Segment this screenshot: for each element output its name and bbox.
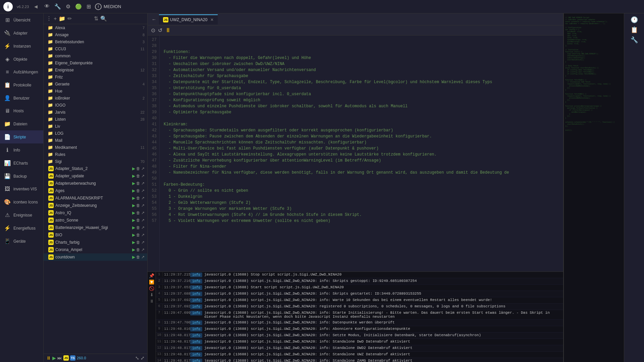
script-delete-charts[interactable]: 🗑: [136, 240, 140, 245]
toolbar-target-icon[interactable]: ⊙: [151, 27, 155, 34]
log-pin-icon[interactable]: 📌: [149, 273, 154, 278]
script-delete-astro-iq[interactable]: 🗑: [136, 210, 140, 215]
script-play-adapterueberwachung[interactable]: ▶: [132, 181, 135, 186]
log-clear-icon[interactable]: 🚫: [149, 286, 154, 291]
folder-betriebsstunden[interactable]: 📁 Betriebsstunden 3: [44, 38, 147, 45]
script-play-corona[interactable]: ▶: [132, 247, 135, 252]
script-delete-adapter-update[interactable]: 🗑: [136, 174, 140, 178]
sidebar-item-instanzen[interactable]: ⚡ Instanzen: [0, 40, 43, 53]
folder-ereignisse[interactable]: 📁 Ereignisse 12: [44, 66, 147, 73]
sidebar-item-dateien[interactable]: 📁 Dateien: [0, 117, 43, 130]
filetree-edit-icon[interactable]: ✏: [67, 15, 72, 22]
script-charts[interactable]: JS Charts_farbig ▶ 🗑 ↗: [44, 239, 147, 246]
sidebar-item-info[interactable]: ℹ Info: [0, 143, 43, 157]
script-corona[interactable]: JS Corona_Ampel ▶ 🗑 ↗: [44, 246, 147, 253]
footer-restart-icon[interactable]: ⏭: [57, 355, 62, 361]
folder-iobroker[interactable]: 📁 ioBroker 2: [44, 95, 147, 102]
tab-back-button[interactable]: ←: [149, 15, 159, 23]
script-link-alarm[interactable]: ↗: [141, 196, 145, 200]
toolbar-refresh-icon[interactable]: ↺: [158, 27, 162, 34]
sidebar-item-energiefluss[interactable]: ⚡ Energiefluss: [0, 222, 43, 235]
sidebar-item-inventwo[interactable]: 🖼 inventwo VIS: [0, 183, 43, 195]
filetree-add-file-icon[interactable]: +: [54, 16, 57, 22]
log-filter-icon[interactable]: 🔽: [149, 280, 154, 285]
script-delete-ages[interactable]: 🗑: [136, 188, 140, 193]
script-link-astro-sonne[interactable]: ↗: [141, 218, 145, 223]
script-bio[interactable]: JS BIO ▶ 🗑 ↗: [44, 231, 147, 239]
script-adapter-update[interactable]: JS Adapter_update ▶ 🗑 ↗: [44, 172, 147, 180]
folder-listen[interactable]: 📁 Listen 28: [44, 116, 147, 123]
folder-jarvis[interactable]: 📁 Jarvis 22: [44, 109, 147, 116]
editor-tab-uwz[interactable]: JS UWZ_DWD_NINA20 ✕: [159, 14, 218, 24]
footer-expand-icon[interactable]: ⤡: [135, 355, 139, 361]
folder-iogo[interactable]: 📁 IOGO: [44, 102, 147, 109]
script-delete-bio[interactable]: 🗑: [136, 233, 140, 237]
folder-log[interactable]: 📁 LOG: [44, 130, 147, 137]
wrench-icon[interactable]: 🔧: [54, 3, 61, 10]
folder-hue[interactable]: 📁 Hue: [44, 87, 147, 95]
folder-mail[interactable]: 📁 Mail: [44, 137, 147, 144]
rp-clock-icon[interactable]: 🕐: [631, 16, 638, 23]
script-delete-adapter-status[interactable]: 🗑: [136, 166, 140, 171]
script-play-adapter-update[interactable]: ▶: [132, 174, 135, 178]
script-delete-adapterueberwachung[interactable]: 🗑: [136, 181, 140, 186]
footer-play-icon[interactable]: ▶: [52, 355, 56, 361]
script-ages[interactable]: JS Ages ▶ 🗑 ↗: [44, 187, 147, 194]
sidebar-item-ubersicht[interactable]: ⊞ Übersicht: [0, 13, 43, 26]
tab-close-uwz[interactable]: ✕: [210, 17, 214, 22]
folder-common[interactable]: 📁 common: [44, 52, 147, 59]
filetree-more-icon[interactable]: ⋮: [46, 15, 52, 22]
plugin-icon[interactable]: 🟢: [75, 3, 82, 10]
sidebar-collapse-button[interactable]: ◀: [34, 4, 38, 9]
folder-ansage[interactable]: 📁 Ansage 8: [44, 31, 147, 38]
script-astro-iq[interactable]: JS Astro_IQ ▶ 🗑 ↗: [44, 209, 147, 217]
script-play-adapter-status[interactable]: ▶: [132, 166, 135, 171]
sidebar-item-objekte[interactable]: ◈ Objekte: [0, 53, 43, 66]
visibility-icon[interactable]: 👁: [44, 3, 50, 10]
filetree-add-folder-icon[interactable]: 📁: [59, 15, 65, 22]
sidebar-item-gerate[interactable]: 📱 Geräte: [0, 235, 43, 248]
script-link-adapter-status[interactable]: ↗: [141, 166, 145, 171]
script-delete-countdown[interactable]: 🗑: [136, 255, 140, 259]
folder-ccu3[interactable]: 📁 CCU3 11: [44, 45, 147, 52]
script-link-astro-iq[interactable]: ↗: [141, 210, 145, 215]
script-play-charts[interactable]: ▶: [132, 240, 135, 245]
folder-fritz[interactable]: 📁 Fritz: [44, 73, 147, 80]
script-play-ages[interactable]: ▶: [132, 188, 135, 193]
folder-geraete[interactable]: 📁 Geraete 4: [44, 80, 147, 87]
script-play-anzeige[interactable]: ▶: [132, 203, 135, 208]
toolbar-pause-icon[interactable]: ⏸: [165, 27, 171, 34]
script-link-countdown[interactable]: ↗: [141, 255, 145, 259]
sidebar-item-skripte[interactable]: 📄 Skripte: [0, 130, 43, 143]
script-play-bio[interactable]: ▶: [132, 233, 135, 237]
script-play-countdown[interactable]: ▶: [132, 255, 135, 259]
script-anzeige[interactable]: JS Anzeige_Zeitsteuerung ▶ 🗑 ↗: [44, 202, 147, 209]
sidebar-item-hosts[interactable]: 🖥 Hosts: [0, 105, 43, 117]
script-link-anzeige[interactable]: ↗: [141, 203, 145, 208]
sidebar-item-backup[interactable]: 💾 Backup: [0, 170, 43, 183]
script-play-alarm[interactable]: ▶: [132, 196, 135, 200]
script-link-corona[interactable]: ↗: [141, 247, 145, 252]
script-link-ages[interactable]: ↗: [141, 188, 145, 193]
script-delete-batterie[interactable]: 🗑: [136, 225, 140, 230]
folder-liv[interactable]: 📁 Liv: [44, 123, 147, 130]
code-editor[interactable]: 2728293031 3233343536 3738394041 4243444…: [148, 36, 563, 272]
script-link-bio[interactable]: ↗: [141, 233, 145, 237]
script-adapter-status[interactable]: JS Adapter_Status_2 ▶ 🗑 ↗: [44, 165, 147, 172]
script-play-batterie[interactable]: ▶: [132, 225, 135, 230]
folder-alexa[interactable]: 📁 Alexa 7: [44, 24, 147, 31]
script-play-astro-sonne[interactable]: ▶: [132, 218, 135, 223]
folder-sigi[interactable]: 📁 Sigi 70: [44, 158, 147, 165]
script-delete-anzeige[interactable]: 🗑: [136, 203, 140, 208]
sidebar-item-adapter[interactable]: 🔌 Adapter: [0, 26, 43, 40]
log-download-icon[interactable]: ⬇: [150, 292, 154, 297]
script-countdown[interactable]: JS countdown ▶ 🗑 ↗: [44, 253, 147, 261]
script-play-astro-iq[interactable]: ▶: [132, 210, 135, 215]
script-batterie[interactable]: JS Batterieanzeige_Huawei_Sigi ▶ 🗑 ↗: [44, 224, 147, 231]
sidebar-item-icontwo[interactable]: 🎨 icontwo Icons: [0, 195, 43, 208]
footer-pause-icon[interactable]: ⏸: [46, 355, 51, 361]
script-astro-sonne[interactable]: JS astro_Sonne ▶ 🗑 ↗: [44, 217, 147, 224]
filetree-sort-icon[interactable]: ⇅: [94, 15, 98, 22]
sidebar-item-protokolle[interactable]: 📋 Protokolle: [0, 78, 43, 92]
rp-wrench-icon[interactable]: 🔧: [631, 36, 638, 44]
